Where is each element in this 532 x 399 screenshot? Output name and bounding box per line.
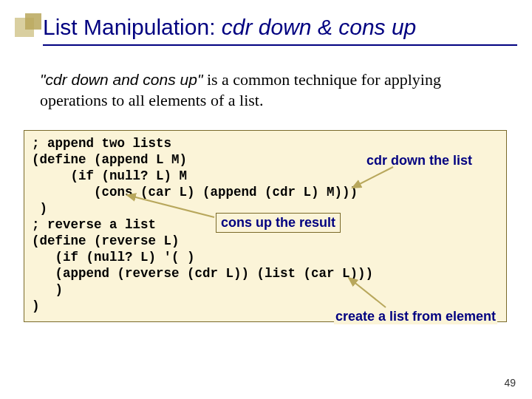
slide: List Manipulation: cdr down & cons up "c… xyxy=(0,0,532,399)
intro-paragraph: "cdr down and cons up" is a common techn… xyxy=(40,69,510,110)
title-plain: List Manipulation: xyxy=(43,15,222,39)
annotation-cdr-down: cdr down the list xyxy=(365,153,474,168)
quoted-phrase: "cdr down and cons up" xyxy=(40,71,202,88)
page-number: 49 xyxy=(504,377,516,389)
slide-title: List Manipulation: cdr down & cons up xyxy=(43,15,517,46)
annotation-cons-up: cons up the result xyxy=(216,213,341,233)
body-text: "cdr down and cons up" is a common techn… xyxy=(40,69,510,110)
corner-decoration xyxy=(15,13,44,43)
annotation-create-list: create a list from element xyxy=(334,309,497,324)
title-italic: cdr down & cons up xyxy=(222,15,416,39)
